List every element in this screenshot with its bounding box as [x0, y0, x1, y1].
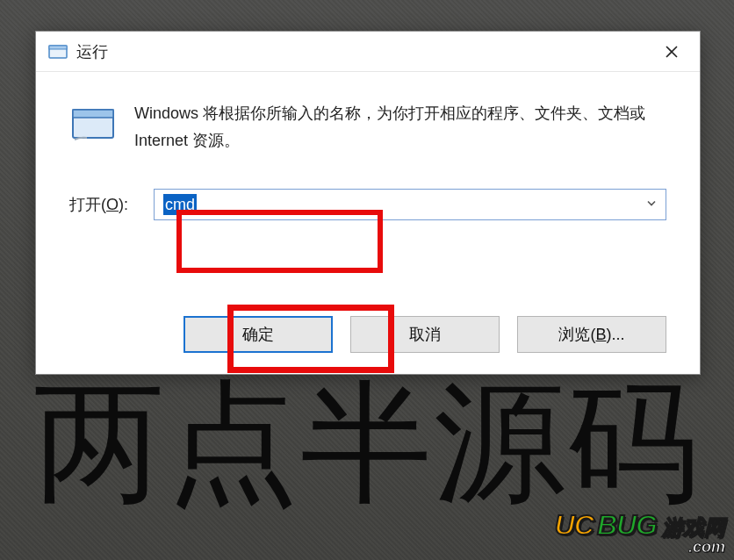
run-large-icon	[69, 100, 117, 147]
dialog-title: 运行	[76, 41, 108, 62]
open-label: 打开(O):	[69, 194, 143, 215]
run-dialog: 运行 Windows 将根据你所输入的名称，为你打开相应的程序、文件夹、文档或 …	[35, 31, 701, 375]
browse-button[interactable]: 浏览(B)...	[517, 316, 666, 353]
dialog-description: Windows 将根据你所输入的名称，为你打开相应的程序、文件夹、文档或 Int…	[134, 100, 652, 154]
watermark-text: 两点半源码	[0, 377, 734, 509]
chevron-down-icon[interactable]	[645, 196, 658, 214]
dialog-body: Windows 将根据你所输入的名称，为你打开相应的程序、文件夹、文档或 Int…	[36, 72, 700, 220]
ok-button[interactable]: 确定	[184, 316, 333, 353]
cancel-button[interactable]: 取消	[350, 316, 500, 353]
run-dialog-icon	[48, 42, 68, 61]
dialog-buttons: 确定 取消 浏览(B)...	[184, 316, 666, 353]
close-button[interactable]	[654, 39, 689, 65]
open-input-value: cmd	[163, 194, 197, 215]
titlebar: 运行	[36, 32, 700, 72]
site-logo: UCBUG 游戏网 .com	[555, 509, 725, 556]
open-input[interactable]: cmd	[154, 189, 666, 220]
logo-part-uc: UC	[555, 509, 594, 542]
logo-sub: .com	[688, 538, 725, 556]
logo-part-bug: BUG	[597, 509, 657, 542]
svg-rect-1	[49, 46, 67, 49]
svg-rect-3	[73, 110, 113, 118]
